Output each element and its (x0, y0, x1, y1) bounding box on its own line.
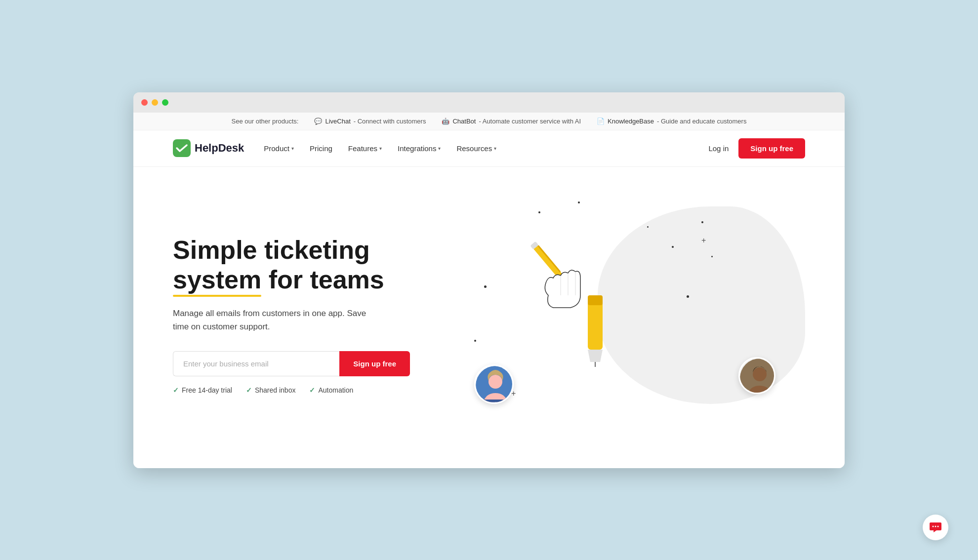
decor-dot-2 (578, 201, 580, 203)
integrations-chevron-icon: ▾ (438, 146, 441, 151)
resources-chevron-icon: ▾ (494, 146, 496, 151)
decor-dot-5 (484, 285, 487, 288)
decor-dot-11 (687, 295, 689, 298)
hero-title-underline: system (173, 265, 261, 295)
signup-hero-button[interactable]: Sign up free (339, 351, 410, 376)
hero-left: Simple ticketing system for teams Manage… (173, 236, 459, 394)
banner-livechat[interactable]: 💬 LiveChat - Connect with customers (314, 118, 426, 125)
chatbot-desc: - Automate customer service with AI (479, 118, 581, 125)
logo-icon (173, 139, 191, 157)
product-chevron-icon: ▾ (291, 146, 294, 151)
decor-dot-6 (474, 340, 476, 342)
hero-illustration-area: + + (459, 197, 805, 434)
logo-text: HelpDesk (195, 142, 244, 155)
nav-items: Product ▾ Pricing Features ▾ Integration… (264, 144, 496, 153)
nav-pricing[interactable]: Pricing (310, 144, 332, 153)
email-form: Sign up free (173, 351, 410, 376)
avatar-man (738, 357, 775, 394)
nav-pricing-label: Pricing (310, 144, 332, 153)
navbar: HelpDesk Product ▾ Pricing Features ▾ (133, 130, 845, 167)
svg-point-18 (753, 367, 767, 381)
login-button[interactable]: Log in (708, 144, 729, 153)
decor-plus-1: + (701, 236, 706, 245)
top-banner: See our other products: 💬 LiveChat - Con… (133, 113, 845, 130)
highlighter-illustration (575, 290, 615, 369)
svg-rect-0 (173, 139, 191, 157)
feature-automation-label: Automation (318, 386, 353, 394)
email-input[interactable] (173, 351, 339, 376)
knowledgebase-name: KnowledgeBase (608, 118, 654, 125)
banner-chatbot[interactable]: 🤖 ChatBot - Automate customer service wi… (442, 118, 581, 125)
check-icon-trial: ✓ (173, 386, 179, 394)
hero-title-line2: for teams (269, 265, 384, 294)
knowledgebase-desc: - Guide and educate customers (657, 118, 746, 125)
window-maximize-button[interactable] (162, 99, 168, 106)
banner-prefix: See our other products: (232, 118, 299, 125)
livechat-name: LiveChat (325, 118, 350, 125)
chatbot-name: ChatBot (452, 118, 476, 125)
decor-dot-10 (711, 256, 713, 257)
hero-title: Simple ticketing system for teams (173, 236, 459, 295)
feature-automation: ✓ Automation (309, 386, 353, 394)
chatbot-icon: 🤖 (442, 118, 449, 125)
features-list: ✓ Free 14-day trial ✓ Shared inbox ✓ Aut… (173, 386, 459, 394)
livechat-icon: 💬 (314, 118, 322, 125)
feature-inbox: ✓ Shared inbox (246, 386, 296, 394)
decor-dot-9 (701, 221, 703, 223)
decor-dot-3 (647, 226, 649, 228)
page-content: See our other products: 💬 LiveChat - Con… (133, 113, 845, 468)
nav-product[interactable]: Product ▾ (264, 144, 294, 153)
svg-marker-11 (588, 350, 603, 362)
nav-features-label: Features (348, 144, 377, 153)
svg-text:CRYSTAL: CRYSTAL (487, 401, 505, 404)
feature-inbox-label: Shared inbox (255, 386, 296, 394)
nav-product-label: Product (264, 144, 289, 153)
svg-point-14 (489, 375, 502, 389)
features-chevron-icon: ▾ (379, 146, 382, 151)
hero-title-line1: Simple ticketing (173, 236, 370, 264)
hero-section: Simple ticketing system for teams Manage… (133, 167, 845, 463)
browser-chrome (133, 92, 845, 113)
browser-window: See our other products: 💬 LiveChat - Con… (133, 92, 845, 468)
svg-rect-10 (588, 295, 603, 305)
nav-resources[interactable]: Resources ▾ (456, 144, 496, 153)
nav-integrations-label: Integrations (398, 144, 436, 153)
decor-dot-1 (538, 211, 540, 213)
check-icon-automation: ✓ (309, 386, 315, 394)
avatar-woman: CRYSTAL (474, 364, 514, 404)
feature-trial-label: Free 14-day trial (182, 386, 232, 394)
hero-subtitle: Manage all emails from customers in one … (173, 307, 380, 333)
knowledgebase-icon: 📄 (597, 118, 605, 125)
window-close-button[interactable] (141, 99, 148, 106)
logo[interactable]: HelpDesk (173, 139, 244, 157)
window-minimize-button[interactable] (152, 99, 158, 106)
banner-knowledgebase[interactable]: 📄 KnowledgeBase - Guide and educate cust… (597, 118, 746, 125)
svg-rect-4 (537, 245, 561, 273)
nav-integrations[interactable]: Integrations ▾ (398, 144, 441, 153)
nav-right: Log in Sign up free (708, 138, 805, 159)
decor-dot-4 (672, 246, 674, 248)
check-icon-inbox: ✓ (246, 386, 252, 394)
livechat-desc: - Connect with customers (354, 118, 426, 125)
feature-trial: ✓ Free 14-day trial (173, 386, 232, 394)
nav-features[interactable]: Features ▾ (348, 144, 382, 153)
signup-nav-button[interactable]: Sign up free (738, 138, 805, 159)
nav-left: HelpDesk Product ▾ Pricing Features ▾ (173, 139, 496, 157)
nav-resources-label: Resources (456, 144, 492, 153)
